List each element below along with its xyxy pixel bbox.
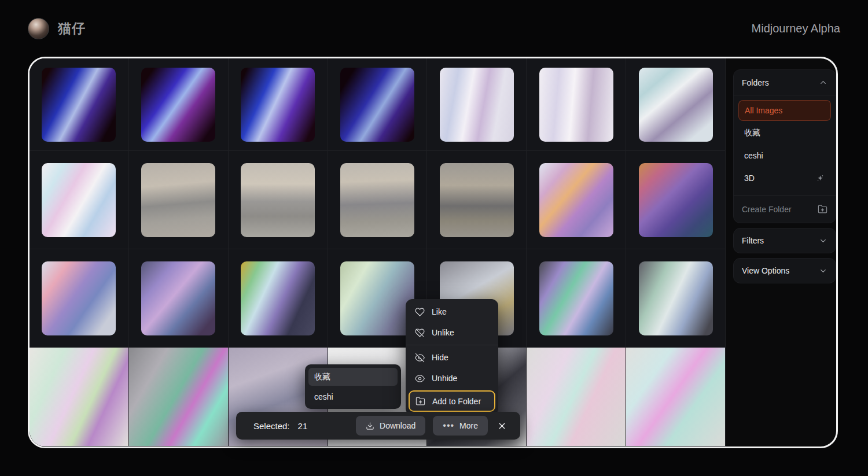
filters-panel[interactable]: Filters [733, 228, 836, 253]
folders-title: Folders [742, 78, 769, 87]
topbar: 猫仔 Midjourney Alpha [0, 0, 868, 57]
menu-item-unlike[interactable]: Unlike [406, 322, 498, 343]
gallery-image-r1-c1[interactable] [42, 68, 116, 142]
gallery-image-r1-c2[interactable] [141, 68, 215, 142]
folder-item-label: 3D [744, 174, 755, 183]
folder-plus-icon [818, 204, 827, 214]
download-icon [366, 422, 374, 430]
grid-cell [229, 249, 328, 348]
gallery-image-r2-c4[interactable] [340, 163, 414, 237]
context-menu: LikeUnlikeHideUnhideAdd to Folder [406, 299, 498, 415]
grid-cell [129, 348, 229, 447]
sidebar: Folders All Images收藏ceshi3D Create Folde… [733, 69, 836, 283]
submenu-item-1[interactable]: 收藏 [308, 368, 398, 386]
gallery-image-r4-c2[interactable] [129, 348, 228, 446]
submenu-item-label: 收藏 [314, 372, 330, 382]
more-button[interactable]: ••• More [433, 416, 488, 436]
grid-cell [328, 58, 428, 151]
folder-item-3[interactable]: 3D [738, 168, 831, 189]
chevron-down-icon [819, 267, 827, 275]
grid-cell [30, 348, 129, 447]
download-button[interactable]: Download [356, 416, 425, 436]
eye-icon [415, 374, 425, 383]
menu-item-label: Like [432, 307, 447, 316]
folder-item-label: ceshi [744, 151, 763, 160]
gallery-image-r3-c3[interactable] [241, 261, 315, 335]
username: 猫仔 [58, 20, 86, 38]
eye-off-icon [415, 353, 425, 363]
grid-cell [30, 249, 129, 348]
gallery-image-r3-c6[interactable] [539, 261, 613, 335]
menu-item-like[interactable]: Like [406, 301, 498, 322]
download-label: Download [380, 421, 415, 430]
folder-item-2[interactable]: ceshi [738, 145, 831, 166]
gallery-image-r4-c1[interactable] [30, 348, 128, 446]
view-options-label: View Options [742, 266, 789, 275]
gallery-image-r1-c6[interactable] [539, 68, 613, 142]
heart-off-icon [415, 328, 425, 338]
gallery-image-r1-c4[interactable] [340, 68, 414, 142]
menu-item-label: Unlike [432, 328, 454, 337]
heart-icon [415, 307, 425, 317]
folder-list: All Images收藏ceshi3D [734, 95, 836, 195]
view-options-panel[interactable]: View Options [733, 258, 836, 283]
gallery-image-r3-c7[interactable] [639, 261, 713, 335]
folder-item-label: 收藏 [744, 128, 760, 138]
gallery-image-r3-c4[interactable] [340, 261, 414, 335]
grid-cell [626, 151, 726, 249]
close-selection-button[interactable] [491, 415, 512, 436]
user-profile[interactable]: 猫仔 [28, 18, 86, 39]
grid-cell [527, 151, 626, 249]
close-icon [497, 421, 507, 431]
grid-cell [129, 58, 229, 151]
folder-plus-icon [415, 396, 425, 406]
selected-count: 21 [298, 421, 308, 431]
gallery-image-r4-c7[interactable] [626, 348, 725, 446]
gallery-image-r1-c7[interactable] [639, 68, 713, 142]
gallery-image-r2-c1[interactable] [42, 163, 116, 237]
create-folder-label: Create Folder [742, 205, 792, 214]
menu-divider [406, 345, 498, 345]
grid-cell [527, 348, 626, 447]
grid-cell [129, 151, 229, 249]
menu-item-label: Unhide [432, 374, 457, 383]
folder-item-1[interactable]: 收藏 [738, 123, 831, 143]
menu-item-label: Hide [432, 353, 448, 362]
sparkles-icon [815, 174, 825, 183]
gallery-image-r2-c2[interactable] [141, 163, 215, 237]
grid-cell [328, 151, 428, 249]
grid-cell [527, 58, 626, 151]
gallery-image-r3-c2[interactable] [141, 261, 215, 335]
grid-cell [229, 58, 328, 151]
gallery-image-r1-c5[interactable] [440, 68, 514, 142]
grid-cell [427, 151, 527, 249]
gallery-image-r2-c6[interactable] [539, 163, 613, 237]
grid-cell [626, 348, 726, 447]
submenu-item-2[interactable]: ceshi [308, 388, 398, 405]
chevron-down-icon [819, 237, 827, 245]
grid-cell [129, 249, 229, 348]
folder-item-all-images[interactable]: All Images [738, 100, 831, 121]
folders-panel: Folders All Images收藏ceshi3D Create Folde… [733, 69, 836, 223]
gallery-image-r1-c3[interactable] [241, 68, 315, 142]
submenu-item-label: ceshi [314, 392, 333, 401]
grid-cell [626, 249, 726, 348]
menu-item-hide[interactable]: Hide [406, 347, 498, 368]
more-label: More [459, 421, 478, 430]
filters-label: Filters [742, 236, 764, 245]
grid-cell [30, 58, 129, 151]
menu-item-add-to-folder[interactable]: Add to Folder [409, 390, 495, 412]
gallery-image-r4-c6[interactable] [527, 348, 626, 446]
gallery-image-r2-c7[interactable] [639, 163, 713, 237]
gallery-image-r2-c5[interactable] [440, 163, 514, 237]
avatar[interactable] [28, 18, 49, 39]
create-folder-button[interactable]: Create Folder [734, 195, 836, 223]
gallery-image-r3-c1[interactable] [42, 261, 116, 335]
folder-item-label: All Images [745, 106, 782, 115]
gallery-image-r2-c3[interactable] [241, 163, 315, 237]
menu-item-unhide[interactable]: Unhide [406, 368, 498, 389]
selection-bar: Selected: 21 Download ••• More [236, 412, 520, 440]
grid-cell [229, 151, 328, 249]
folders-header[interactable]: Folders [734, 70, 836, 95]
grid-cell [427, 58, 527, 151]
